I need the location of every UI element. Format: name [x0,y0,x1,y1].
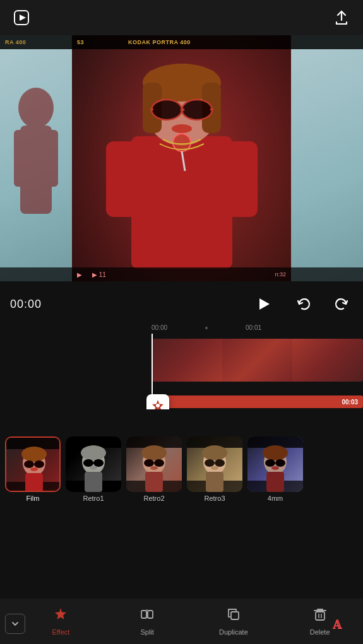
effect-thumb-film [5,436,61,492]
svg-rect-68 [141,611,146,618]
svg-point-58 [215,459,225,467]
effect-marker-icon[interactable] [146,394,169,409]
svg-point-41 [83,459,93,467]
app-logo: 𝔸 [333,615,355,636]
redo-button[interactable] [330,293,353,315]
svg-point-59 [211,466,218,470]
svg-rect-72 [316,612,324,620]
undo-button[interactable] [292,293,315,315]
svg-point-50 [154,459,164,467]
svg-rect-7 [106,141,138,217]
collapse-button[interactable] [5,614,25,634]
video-track[interactable] [152,339,363,382]
film-bottom-left [0,267,72,281]
svg-point-35 [30,467,38,471]
svg-point-66 [275,459,285,467]
effect-label-retro3: Retro3 [204,495,225,502]
film-top-label-left: RA 400 [0,35,72,49]
film-right-strip [291,35,363,281]
svg-point-42 [93,459,104,467]
video-thumb-1 [152,339,222,382]
effect-item-retro1[interactable]: Retro1 [66,436,121,502]
effect-thumb-4mm [247,436,303,492]
split-icon [140,607,155,626]
film-top-label-center: 53 KODAK PORTRA 400 [72,35,291,49]
timeline-ruler: 00:00 00:01 [0,324,363,331]
svg-marker-1 [20,15,26,21]
bottom-toolbar: Effect Split Duplicate [0,599,363,644]
svg-point-34 [34,460,44,468]
duplicate-label: Duplicate [219,628,248,636]
svg-rect-8 [226,141,258,217]
video-thumb-3 [292,339,363,382]
effect-label-4mm: 4mm [268,495,283,502]
svg-point-57 [205,459,215,467]
svg-rect-31 [25,473,43,491]
toolbar-item-effect[interactable]: Effect [18,599,104,644]
effect-item-film[interactable]: Film [5,436,61,502]
top-bar [0,0,363,35]
effect-label-film: Film [27,495,40,502]
effect-item-retro2[interactable]: Retro2 [126,436,182,502]
timeline-area: 00:00 [0,281,363,318]
effect-label-retro2: Retro2 [143,495,164,502]
play-button[interactable] [249,290,277,318]
effect-item-retro3[interactable]: Retro3 [187,436,242,502]
svg-point-65 [265,459,275,467]
film-main: 53 KODAK PORTRA 400 [72,35,291,281]
film-top-label-right [291,35,363,49]
svg-rect-69 [148,611,153,618]
effect-thumb-retro2 [126,436,182,492]
export-icon[interactable] [331,8,352,28]
svg-point-27 [156,404,160,407]
timeline-section: 00:00 [0,281,363,426]
svg-point-48 [141,445,167,460]
svg-text:𝔸: 𝔸 [333,619,342,631]
svg-point-43 [90,466,97,470]
timeline-controls: 00:00 [10,290,353,318]
svg-point-67 [271,466,279,470]
svg-rect-47 [145,472,163,492]
effect-thumb-retro3 [187,436,242,492]
ruler-mark-1: 00:01 [246,324,261,331]
svg-marker-26 [259,298,270,310]
effect-label-toolbar: Effect [52,628,69,636]
svg-rect-39 [85,472,102,492]
film-preview: RA 400 53 KODAK PORTRA 400 [0,35,363,281]
split-label: Split [140,628,153,636]
svg-point-40 [81,445,106,460]
timeline-track-area[interactable]: 00:03 [0,334,363,409]
svg-rect-5 [47,130,58,187]
duplicate-icon [226,607,241,626]
svg-rect-4 [14,130,25,187]
svg-point-49 [144,459,154,467]
ruler-dot [205,327,208,329]
delete-icon [312,607,328,626]
svg-rect-55 [206,472,223,492]
film-strip: RA 400 53 KODAK PORTRA 400 [0,35,363,281]
film-bottom-right [291,267,363,281]
effect-icon [53,607,68,626]
film-bottom-center: ▶ ▶ 11 n:32 [72,267,291,281]
delete-label: Delete [310,628,330,636]
effect-item-4mm[interactable]: 4mm [247,436,303,502]
svg-rect-71 [231,612,239,619]
time-display: 00:00 [10,298,42,311]
svg-point-56 [202,445,227,460]
video-thumb-2 [222,339,293,382]
svg-point-32 [21,447,47,462]
effects-strip: Film Retro1 [0,426,363,507]
svg-point-2 [18,88,54,128]
timeline-buttons [249,290,353,318]
film-left-strip: RA 400 [0,35,72,281]
svg-point-33 [24,460,34,468]
effect-thumb-retro1 [66,436,121,492]
effect-duration: 00:03 [342,399,358,406]
toolbar-item-duplicate[interactable]: Duplicate [191,599,277,644]
effect-label-retro1: Retro1 [83,495,104,502]
toolbar-item-split[interactable]: Split [104,599,191,644]
play-preview-icon[interactable] [11,8,32,28]
svg-point-22 [172,124,192,133]
svg-point-51 [150,466,158,470]
effect-track[interactable]: 00:03 [152,395,363,408]
